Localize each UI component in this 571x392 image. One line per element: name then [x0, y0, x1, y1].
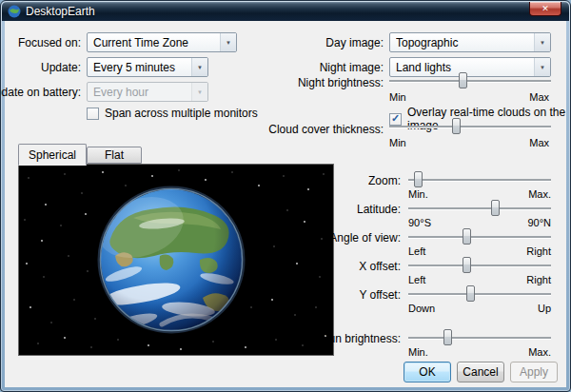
tab-flat[interactable]: Flat — [87, 147, 142, 164]
y-offset-up-label: Up — [538, 303, 551, 314]
span-monitors-checkbox[interactable]: ✓ — [87, 108, 99, 120]
slider-track — [408, 236, 551, 238]
update-dropdown[interactable]: Every 5 minutes ▼ — [87, 57, 208, 77]
zoom-label: Zoom: — [368, 174, 401, 187]
slider-track — [408, 293, 551, 295]
angle-of-view-slider[interactable] — [408, 228, 551, 245]
span-monitors-row: ✓ Span across multiple monitors — [87, 107, 258, 120]
cloud-cover-label: Cloud cover thickness: — [268, 123, 384, 136]
zoom-max-label: Max. — [528, 188, 551, 200]
close-button[interactable]: ✕ — [529, 2, 561, 16]
cloud-cover-thumb[interactable] — [452, 118, 461, 134]
cloud-cover-min-label: Min — [389, 137, 406, 148]
chevron-down-icon: ▼ — [191, 58, 207, 76]
cloud-cover-max-label: Max — [529, 137, 549, 148]
latitude-south-label: 90°S — [408, 217, 431, 228]
day-image-dropdown[interactable]: Topographic ▼ — [389, 32, 551, 52]
focused-on-dropdown[interactable]: Current Time Zone ▼ — [87, 32, 237, 52]
x-offset-row: X offset: Left Right — [5, 257, 568, 287]
latitude-label: Latitude: — [357, 203, 401, 216]
zoom-thumb[interactable] — [414, 171, 423, 187]
zoom-min-label: Min. — [408, 188, 428, 200]
zoom-row: Zoom: Min. Max. — [5, 171, 568, 202]
span-monitors-label: Span across multiple monitors — [105, 107, 258, 120]
cancel-button-label: Cancel — [463, 365, 498, 379]
y-offset-slider[interactable] — [408, 285, 551, 303]
angle-left-label: Left — [408, 245, 425, 257]
sun-brightness-max-label: Max. — [528, 346, 551, 358]
slider-track — [389, 126, 551, 127]
titlebar[interactable]: DesktopEarth ✕ — [2, 2, 569, 21]
angle-of-view-row: Angle of view: Left Right — [5, 228, 568, 259]
chevron-down-icon: ▼ — [191, 83, 207, 101]
tab-flat-label: Flat — [105, 148, 124, 162]
focused-on-value: Current Time Zone — [93, 36, 216, 49]
focused-on-label: Focused on: — [18, 36, 81, 49]
night-brightness-min-label: Min — [389, 91, 406, 103]
y-offset-label: Y offset: — [359, 288, 401, 302]
sun-brightness-slider[interactable] — [408, 329, 551, 346]
chevron-down-icon: ▼ — [220, 33, 236, 51]
apply-button-label: Apply — [520, 365, 548, 379]
day-image-value: Topographic — [396, 36, 530, 49]
dialog-client-area: Focused on: Current Time Zone ▼ Update: … — [5, 21, 566, 387]
close-icon: ✕ — [541, 4, 549, 13]
tab-spherical[interactable]: Spherical — [18, 144, 87, 166]
x-offset-right-label: Right — [526, 274, 551, 285]
y-offset-row: Y offset: Down Up — [5, 285, 568, 316]
chevron-down-icon: ▼ — [534, 33, 550, 51]
ok-button[interactable]: OK — [404, 362, 451, 382]
zoom-slider[interactable] — [408, 171, 551, 188]
day-image-label: Day image: — [325, 36, 384, 49]
window-title: DesktopEarth — [26, 5, 95, 18]
y-offset-down-label: Down — [408, 303, 435, 314]
night-brightness-max-label: Max — [529, 91, 549, 103]
ok-button-label: OK — [419, 365, 435, 379]
night-brightness-label: Night brightness: — [298, 76, 384, 89]
latitude-north-label: 90°N — [527, 217, 551, 228]
update-battery-label: Update on battery: — [0, 86, 81, 99]
y-offset-thumb[interactable] — [466, 285, 475, 302]
x-offset-thumb[interactable] — [463, 257, 471, 273]
slider-track — [408, 265, 551, 266]
cloud-cover-slider[interactable] — [389, 118, 551, 135]
night-brightness-thumb[interactable] — [459, 72, 467, 88]
update-label: Update: — [41, 61, 81, 74]
slider-track — [408, 337, 551, 339]
app-earth-icon — [8, 5, 21, 18]
desktopearth-window: DesktopEarth ✕ Focused on: Current Time … — [0, 0, 571, 392]
angle-right-label: Right — [526, 245, 551, 257]
slider-track — [408, 207, 551, 209]
x-offset-label: X offset: — [359, 260, 401, 273]
update-battery-dropdown: Every hour ▼ — [87, 82, 208, 102]
latitude-slider[interactable] — [408, 200, 551, 217]
slider-track — [408, 179, 551, 181]
sun-brightness-label: Sun brightness: — [322, 332, 401, 345]
angle-of-view-thumb[interactable] — [463, 228, 471, 245]
sun-brightness-min-label: Min. — [408, 346, 428, 358]
night-image-label: Night image: — [320, 61, 384, 74]
apply-button: Apply — [510, 362, 558, 382]
sun-brightness-thumb[interactable] — [443, 329, 452, 345]
latitude-row: Latitude: 90°S 90°N — [5, 200, 568, 230]
sun-brightness-row: Sun brightness: Min. Max. — [5, 329, 568, 360]
slider-track — [389, 80, 551, 82]
cancel-button[interactable]: Cancel — [457, 362, 504, 382]
update-value: Every 5 minutes — [93, 61, 187, 74]
x-offset-slider[interactable] — [408, 257, 551, 274]
angle-of-view-label: Angle of view: — [329, 231, 401, 245]
tab-spherical-label: Spherical — [29, 148, 76, 162]
update-battery-value: Every hour — [93, 86, 187, 99]
latitude-thumb[interactable] — [491, 200, 500, 216]
x-offset-left-label: Left — [408, 274, 425, 285]
night-brightness-slider[interactable] — [389, 72, 551, 89]
